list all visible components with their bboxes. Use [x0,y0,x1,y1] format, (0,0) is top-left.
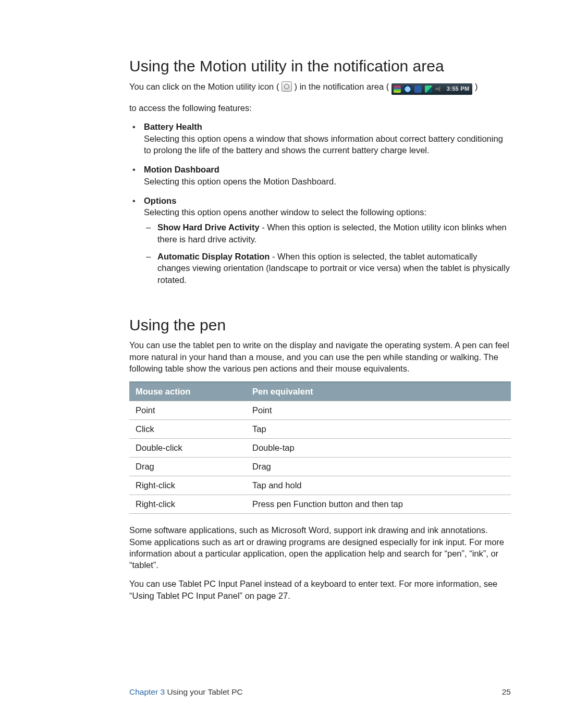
section-using-pen: Using the pen You can use the tablet pen… [129,316,511,601]
cell-mouse: Right-click [129,495,246,514]
tray-motion-icon [404,85,411,93]
bullet-title: Motion Dashboard [144,165,219,174]
cell-mouse: Double-click [129,439,246,458]
footer-chapter: Chapter 3 Using your Tablet PC [129,687,243,697]
options-sublist: Show Hard Drive Activity - When this opt… [144,221,511,286]
list-item: Options Selecting this option opens anot… [142,195,511,286]
document-page: Using the Motion utility in the notifica… [0,0,563,728]
tray-flag-icon [394,85,401,93]
intro-paragraph-1: You can click on the Motion utility icon… [129,81,511,95]
list-item: Battery Health Selecting this option ope… [142,121,511,156]
notification-area-tray: 3:55 PM [391,83,473,95]
bullet-title: Battery Health [144,122,202,131]
heading-using-pen: Using the pen [129,316,511,335]
sub-title: Show Hard Drive Activity [157,223,260,232]
intro-text-before-icon: You can click on the Motion utility icon… [129,82,279,91]
footer-chapter-label: Chapter 3 [129,687,165,696]
cell-pen: Tap and hold [246,476,511,495]
cell-pen: Double-tap [246,439,511,458]
cell-mouse: Drag [129,458,246,476]
heading-motion-utility: Using the Motion utility in the notifica… [129,57,511,76]
table-row: Right-click Tap and hold [129,476,511,495]
table-row: Click Tap [129,420,511,439]
intro-text-between: ) in the notification area ( [295,82,389,91]
motion-utility-icon [282,81,292,92]
cell-pen: Point [246,401,511,420]
sub-title: Automatic Display Rotation [157,252,270,261]
bullet-title: Options [144,196,176,205]
bullet-desc: Selecting this option opens another wind… [144,206,511,218]
bullet-desc: Selecting this option opens a window tha… [144,133,511,157]
feature-bullet-list: Battery Health Selecting this option ope… [129,121,511,286]
pen-intro-paragraph: You can use the tablet pen to write on t… [129,339,511,374]
table-row: Drag Drag [129,458,511,476]
cell-pen: Drag [246,458,511,476]
table-row: Double-click Double-tap [129,439,511,458]
pen-paragraph-2: Some software applications, such as Micr… [129,524,511,571]
list-item: Show Hard Drive Activity - When this opt… [155,221,511,245]
bullet-desc: Selecting this option opens the Motion D… [144,176,511,188]
tray-bluetooth-icon [414,85,422,93]
table-header-mouse: Mouse action [129,382,246,401]
table-row: Right-click Press pen Function button an… [129,495,511,514]
tray-clock: 3:55 PM [446,85,471,93]
tray-volume-icon [435,85,443,93]
footer-page-number: 25 [502,687,511,697]
tray-network-icon [425,85,432,93]
cell-mouse: Point [129,401,246,420]
list-item: Automatic Display Rotation - When this o… [155,251,511,286]
footer-chapter-title: Using your Tablet PC [165,687,243,696]
pen-paragraph-3: You can use Tablet PC Input Panel instea… [129,578,511,601]
list-item: Motion Dashboard Selecting this option o… [142,164,511,188]
intro-text-after-tray: ) [475,82,478,91]
cell-pen: Press pen Function button and then tap [246,495,511,514]
pen-actions-table: Mouse action Pen equivalent Point Point … [129,381,511,514]
table-row: Point Point [129,401,511,420]
cell-mouse: Right-click [129,476,246,495]
cell-pen: Tap [246,420,511,439]
cell-mouse: Click [129,420,246,439]
intro-paragraph-2: to access the following features: [129,102,511,114]
table-header-pen: Pen equivalent [246,382,511,401]
page-footer: Chapter 3 Using your Tablet PC 25 [129,687,511,697]
